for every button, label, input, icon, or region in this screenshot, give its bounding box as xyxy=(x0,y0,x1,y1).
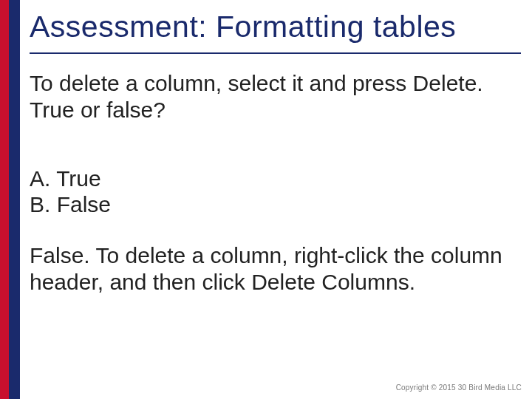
answer-text: False. To delete a column, right-click t… xyxy=(30,242,510,296)
option-a: A. True xyxy=(30,166,510,192)
question-text: To delete a column, select it and press … xyxy=(30,70,510,123)
accent-stripe-red xyxy=(0,0,9,399)
slide-content: Assessment: Formatting tables To delete … xyxy=(30,0,532,399)
option-b: B. False xyxy=(30,192,510,218)
copyright-text: Copyright © 2015 30 Bird Media LLC xyxy=(396,383,522,392)
options-block: A. True B. False xyxy=(30,166,510,217)
slide-title: Assessment: Formatting tables xyxy=(30,10,510,44)
title-rule xyxy=(30,52,521,54)
accent-stripe-blue xyxy=(9,0,20,399)
